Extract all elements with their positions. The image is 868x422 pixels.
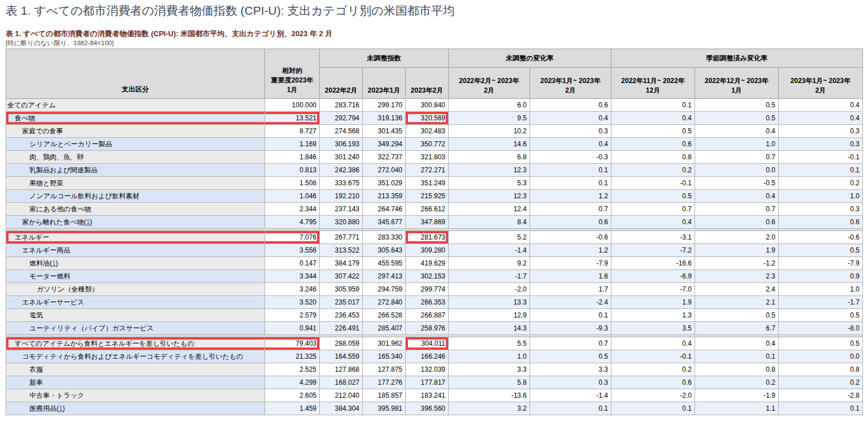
row-label-cell: 肉、鶏肉、魚、卵 <box>6 151 265 164</box>
value-cell: 345.677 <box>363 216 406 229</box>
row-label: モーター燃料 <box>29 272 71 280</box>
value-cell: -7.9 <box>530 257 611 270</box>
value-cell: 5.5 <box>449 337 530 350</box>
row-label-cell: 家庭での食事 <box>6 125 265 138</box>
value-cell: 0.5 <box>695 99 779 112</box>
value-cell: -0.1 <box>779 151 863 164</box>
value-cell: 127.875 <box>363 363 406 376</box>
table-row: ノンアルコール飲料および飲料素材1.046192.210213.359215.9… <box>6 190 863 203</box>
value-cell: 1.0 <box>449 350 530 363</box>
value-cell: 235.017 <box>320 296 363 309</box>
value-cell: 1.9 <box>695 244 779 257</box>
value-cell: 306.193 <box>320 138 363 151</box>
header-group-row: 支出区分 相対的 重要度2023年 1月 未調整指数 未調整の変化率 季節調整済… <box>6 49 863 68</box>
value-cell: 272.840 <box>363 296 406 309</box>
value-cell: 266.528 <box>363 309 406 322</box>
value-cell: 349.294 <box>363 138 406 151</box>
value-cell: 12.4 <box>449 203 530 216</box>
value-cell: 0.5 <box>695 309 779 322</box>
row-label: 乳製品および関連製品 <box>29 166 98 174</box>
table-row: 燃料油(1)0.147384.179455.595419.6299.2-7.9-… <box>6 257 863 270</box>
value-cell: 321.803 <box>406 151 449 164</box>
value-cell: 0.1 <box>695 350 779 363</box>
value-cell: 319.136 <box>363 112 406 125</box>
value-cell: 177.276 <box>363 376 406 389</box>
value-cell: 297.413 <box>363 270 406 283</box>
row-label: シリアルとベーカリー製品 <box>29 140 112 148</box>
value-cell: 419.629 <box>406 257 449 270</box>
value-cell: 283.330 <box>363 231 406 244</box>
value-cell: 132.039 <box>406 363 449 376</box>
value-cell: 351.249 <box>406 177 449 190</box>
value-cell: 274.568 <box>320 125 363 138</box>
value-cell: -1.7 <box>449 270 530 283</box>
col-group-unadjusted-indexes: 未調整指数 <box>320 49 449 68</box>
value-cell: 13.3 <box>449 296 530 309</box>
col-header-change-2023-01-to-2023-02: 2023年1月~ 2023年 2月 <box>530 68 611 99</box>
value-cell: 1.846 <box>265 151 320 164</box>
row-label: エネルギー商品 <box>22 246 70 254</box>
row-label-cell: 果物と野菜 <box>6 177 265 190</box>
value-cell: 12.9 <box>449 309 530 322</box>
value-cell: 6.0 <box>449 99 530 112</box>
row-label-cell: 家にある他の食べ物 <box>6 203 265 216</box>
value-cell: 301.962 <box>363 337 406 350</box>
value-cell: 301.240 <box>320 151 363 164</box>
table-row: 果物と野菜1.508333.675351.029351.2495.30.1-0.… <box>6 177 863 190</box>
value-cell: 350.772 <box>406 138 449 151</box>
table-row: エネルギー商品3.556313.522305.643309.280-1.41.2… <box>6 244 863 257</box>
value-cell: 0.0 <box>779 350 863 363</box>
value-cell: -0.3 <box>530 151 611 164</box>
row-label-cell: 中古車・トラック <box>6 389 265 402</box>
row-label: 中古車・トラック <box>29 391 84 399</box>
value-cell: 0.5 <box>611 125 695 138</box>
table-body: 全てのアイテム100.000283.716299.170300.8406.00.… <box>6 99 863 415</box>
value-cell: 1.7 <box>530 283 611 296</box>
value-cell: 0.5 <box>695 112 779 125</box>
value-cell: 272.040 <box>363 164 406 177</box>
table-row: 肉、鶏肉、魚、卵1.846301.240322.737321.8036.8-0.… <box>6 151 863 164</box>
col-header-2023-02: 2023年2月 <box>406 68 449 99</box>
value-cell: -0.6 <box>530 231 611 244</box>
value-cell: -2.0 <box>449 283 530 296</box>
value-cell: 237.143 <box>320 203 363 216</box>
value-cell: 165.340 <box>363 350 406 363</box>
value-cell: 127.868 <box>320 363 363 376</box>
col-header-sa-change-2022-12-to-2023-01: 2022年12月~ 2023年 1月 <box>695 68 779 99</box>
value-cell: 0.7 <box>695 203 779 216</box>
value-cell: 4.299 <box>265 376 320 389</box>
row-label: 新車 <box>29 379 43 386</box>
value-cell: 0.7 <box>695 151 779 164</box>
value-cell: 1.0 <box>779 283 863 296</box>
value-cell: 3.3 <box>449 363 530 376</box>
value-cell: -0.1 <box>611 177 695 190</box>
value-cell: -8.0 <box>779 322 863 335</box>
value-cell: 0.9 <box>779 270 863 283</box>
value-cell: 6.8 <box>449 151 530 164</box>
value-cell: 168.027 <box>320 376 363 389</box>
value-cell: -7.2 <box>611 244 695 257</box>
value-cell: 0.813 <box>265 164 320 177</box>
value-cell: 1.6 <box>530 270 611 283</box>
row-label-cell: 乳製品および関連製品 <box>6 164 265 177</box>
value-cell: 0.7 <box>530 337 611 350</box>
row-label-cell: ノンアルコール飲料および飲料素材 <box>6 190 265 203</box>
value-cell: 0.6 <box>611 138 695 151</box>
value-cell: -1.4 <box>530 389 611 402</box>
col-header-2022-02: 2022年2月 <box>320 68 363 99</box>
value-cell: 0.7 <box>611 203 695 216</box>
footnote-link[interactable]: 1 <box>52 259 56 267</box>
value-cell: 1.3 <box>611 309 695 322</box>
value-cell: 0.8 <box>779 363 863 376</box>
value-cell: 264.746 <box>363 203 406 216</box>
value-cell: 14.6 <box>449 138 530 151</box>
value-cell: 0.1 <box>779 402 863 415</box>
value-cell: 13.521 <box>265 112 320 125</box>
footnote-link[interactable]: 1 <box>59 404 63 412</box>
value-cell: 2.579 <box>265 309 320 322</box>
value-cell: 0.1 <box>611 99 695 112</box>
value-cell: 0.6 <box>530 216 611 229</box>
value-cell: 236.453 <box>320 309 363 322</box>
value-cell: 2.3 <box>695 270 779 283</box>
value-cell: 266.612 <box>406 203 449 216</box>
